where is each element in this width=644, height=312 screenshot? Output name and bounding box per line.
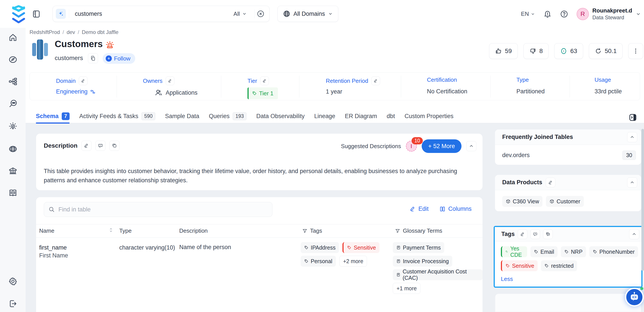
show-less-link[interactable]: Less bbox=[501, 276, 513, 282]
edit-tags-button[interactable] bbox=[518, 229, 527, 239]
header-description[interactable]: Description bbox=[179, 227, 208, 234]
tags-discussion-button[interactable] bbox=[543, 229, 553, 239]
joined-table-row[interactable]: dev.orders 30 bbox=[495, 145, 641, 160]
tag-chip[interactable]: restricted bbox=[541, 260, 577, 271]
edit-description-button[interactable] bbox=[82, 141, 92, 151]
column-name[interactable]: first_name bbox=[39, 244, 67, 251]
tab-activity-feeds[interactable]: Activity Feeds & Tasks 590 bbox=[79, 111, 155, 123]
header-type[interactable]: Type bbox=[119, 227, 132, 234]
tag-chip[interactable]: NRP bbox=[561, 246, 586, 257]
breadcrumb-connection[interactable]: RedshiftProd bbox=[30, 29, 60, 35]
side-panel-toggle-icon[interactable] bbox=[628, 113, 638, 122]
suggestion-avatar[interactable]: I 10 bbox=[406, 141, 417, 152]
logout-icon[interactable] bbox=[8, 299, 18, 308]
home-icon[interactable] bbox=[8, 33, 18, 42]
tag-chip[interactable]: Email bbox=[530, 246, 558, 257]
collapse-data-products-button[interactable] bbox=[627, 178, 637, 188]
tags-comment-button[interactable] bbox=[530, 229, 540, 239]
copy-name-button[interactable] bbox=[88, 53, 98, 63]
lineage-graph-icon[interactable] bbox=[8, 77, 18, 86]
notifications-bell-icon[interactable] bbox=[543, 10, 552, 18]
header-tags[interactable]: Tags bbox=[302, 227, 322, 234]
filter-funnel-icon bbox=[395, 228, 400, 234]
governance-bank-icon[interactable] bbox=[8, 166, 18, 176]
tag-chip[interactable]: IPAddress bbox=[301, 242, 339, 253]
data-product-chip[interactable]: Customer bbox=[546, 196, 584, 207]
collapse-tags-button[interactable] bbox=[629, 229, 639, 239]
comment-button[interactable] bbox=[96, 141, 106, 151]
collapse-description-button[interactable] bbox=[466, 141, 476, 151]
global-search-input[interactable] bbox=[75, 11, 234, 17]
find-in-table-input[interactable] bbox=[58, 206, 268, 213]
edit-domain-button[interactable] bbox=[79, 76, 88, 85]
help-icon[interactable] bbox=[560, 10, 568, 18]
health-score-button[interactable]: 63 bbox=[554, 43, 583, 59]
vertical-scrollbar[interactable] bbox=[641, 129, 644, 271]
more-suggestions-button[interactable]: + 52 More bbox=[422, 139, 462, 153]
tab-queries[interactable]: Queries 193 bbox=[209, 111, 246, 123]
settings-gear-icon[interactable] bbox=[8, 277, 18, 286]
tag-chip[interactable]: Sensitive bbox=[342, 242, 379, 253]
tag-chip[interactable]: Yes CDE bbox=[501, 246, 527, 257]
tab-dbt[interactable]: dbt bbox=[387, 111, 395, 123]
glossary-book-icon[interactable] bbox=[8, 188, 18, 198]
edit-owners-button[interactable] bbox=[166, 76, 174, 85]
tab-custom-properties[interactable]: Custom Properties bbox=[404, 111, 454, 123]
more-actions-button[interactable] bbox=[628, 43, 643, 59]
breadcrumb-schema[interactable]: dev bbox=[66, 29, 75, 35]
tag-chip[interactable]: PhoneNumber bbox=[589, 246, 638, 257]
collapse-joined-button[interactable] bbox=[627, 132, 637, 142]
glossary-term-chip[interactable]: Payment Terms bbox=[393, 242, 444, 253]
columns-button[interactable]: Columns bbox=[440, 206, 472, 212]
ai-sparkle-icon[interactable] bbox=[56, 9, 66, 19]
alert-siren-icon[interactable] bbox=[105, 40, 115, 50]
owners-value[interactable]: Applications bbox=[166, 89, 198, 96]
downvotes-button[interactable]: 8 bbox=[524, 43, 549, 59]
user-menu[interactable]: R Rounakpreet.d Data Steward bbox=[576, 7, 641, 21]
language-dropdown[interactable]: EN bbox=[521, 11, 535, 17]
domain-value[interactable]: Engineering bbox=[56, 88, 88, 95]
header-name[interactable]: Name bbox=[39, 227, 54, 234]
joined-table-name[interactable]: dev.orders bbox=[502, 152, 530, 159]
all-domains-button[interactable]: All Domains bbox=[278, 6, 338, 22]
find-in-table[interactable] bbox=[44, 202, 272, 217]
search-scope-dropdown[interactable]: All bbox=[234, 11, 247, 17]
global-search-bar[interactable]: All bbox=[52, 6, 270, 22]
upvotes-button[interactable]: 59 bbox=[489, 43, 518, 59]
breadcrumb: RedshiftProd / dev / Demo dbt Jaffle bbox=[30, 29, 118, 35]
user-avatar[interactable]: R bbox=[576, 8, 589, 20]
filter-funnel-icon bbox=[302, 228, 308, 234]
atlan-logo-icon[interactable] bbox=[12, 5, 26, 23]
breadcrumb-database[interactable]: Demo dbt Jaffle bbox=[82, 29, 118, 35]
sort-icon[interactable] bbox=[108, 227, 114, 233]
breadcrumb-separator: / bbox=[78, 29, 79, 35]
insights-bulb-icon[interactable] bbox=[8, 122, 18, 131]
follow-button[interactable]: + Follow bbox=[103, 53, 135, 64]
discover-compass-icon[interactable] bbox=[8, 55, 18, 64]
tab-schema[interactable]: Schema 7 bbox=[36, 111, 70, 123]
edit-data-products-button[interactable] bbox=[546, 178, 556, 187]
copy-description-button[interactable] bbox=[110, 141, 120, 151]
tab-er-diagram[interactable]: ER Diagram bbox=[345, 111, 377, 123]
edit-columns-button[interactable]: Edit bbox=[410, 206, 429, 212]
edit-retention-button[interactable] bbox=[371, 76, 380, 85]
data-product-chip[interactable]: C360 View bbox=[502, 196, 542, 207]
chatbot-button[interactable] bbox=[625, 288, 644, 306]
more-glossary-chip[interactable]: +1 more bbox=[393, 283, 420, 294]
observability-search-icon[interactable] bbox=[8, 99, 18, 108]
header-glossary-terms[interactable]: Glossary Terms bbox=[395, 227, 442, 234]
domains-globe-icon[interactable] bbox=[8, 144, 18, 153]
tab-lineage[interactable]: Lineage bbox=[314, 111, 335, 123]
tab-sample-data[interactable]: Sample Data bbox=[165, 111, 199, 123]
tab-data-observability[interactable]: Data Observability bbox=[256, 111, 304, 123]
freshness-button[interactable]: 50.1 bbox=[589, 43, 623, 59]
sidebar-toggle-icon[interactable] bbox=[32, 10, 41, 19]
glossary-term-chip[interactable]: Customer Acquisition Cost (CAC) bbox=[393, 269, 482, 280]
tag-chip[interactable]: Sensitive bbox=[501, 260, 538, 271]
clear-search-icon[interactable] bbox=[257, 10, 264, 18]
tier-chip[interactable]: Tier 1 bbox=[248, 87, 278, 99]
more-tags-chip[interactable]: +2 more bbox=[340, 256, 367, 267]
edit-tier-button[interactable] bbox=[260, 76, 269, 85]
tag-chip[interactable]: Personal bbox=[301, 256, 336, 267]
glossary-term-chip[interactable]: Invoice Processing bbox=[393, 256, 452, 267]
